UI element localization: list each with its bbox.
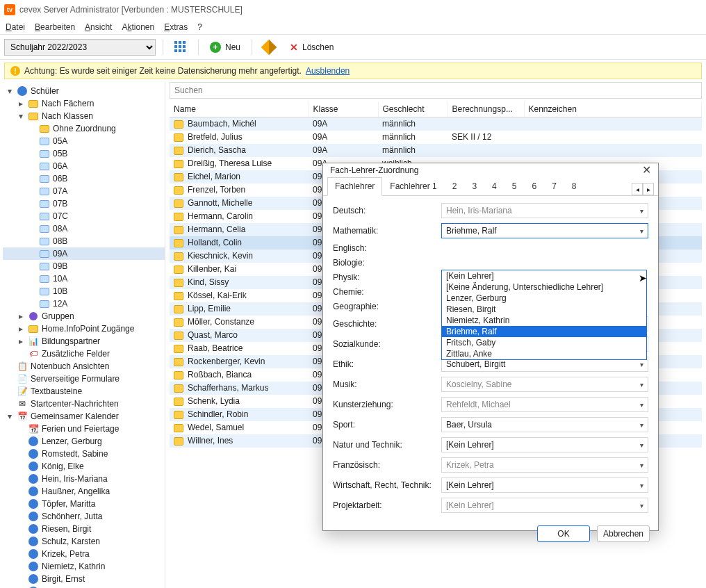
tree-kalender[interactable]: ▾📅Gemeinsamer Kalender (3, 410, 165, 423)
franz-select[interactable]: Krizek, Petra▾ (441, 457, 648, 473)
tree-person[interactable]: Riesen, Birgit (3, 523, 165, 535)
menubar: Datei Bearbeiten Ansicht Aktionen Extras… (0, 19, 706, 35)
tree-nach-klassen[interactable]: ▾Nach Klassen (3, 110, 165, 122)
tree-zusatz-felder[interactable]: 🏷Zusätzliche Felder (3, 348, 165, 360)
col-kennzeichen[interactable]: Kennzeichen (524, 101, 702, 117)
schoolyear-select[interactable]: Schuljahr 2022/2023 (4, 39, 156, 56)
titlebar: tv cevex Server Administrator [Verbunden… (0, 0, 706, 19)
menu-datei[interactable]: Datei (6, 22, 25, 32)
kunst-select[interactable]: Rehfeldt, Michael▾ (441, 397, 648, 412)
dropdown-option[interactable]: Lenzer, Gerburg (442, 293, 646, 304)
dropdown-option[interactable]: Briehme, Ralf (442, 326, 646, 337)
tree-notenbuch[interactable]: 📋Notenbuch Ansichten (3, 360, 165, 373)
menu-extras[interactable]: Extras (164, 22, 188, 32)
warning-hide-link[interactable]: Ausblenden (306, 66, 350, 76)
tab-3[interactable]: 3 (464, 177, 484, 195)
tree-class-07C[interactable]: 07C (3, 210, 165, 222)
dropdown-option[interactable]: [Kein Lehrer] (442, 270, 646, 281)
dialog-close-icon[interactable]: ✕ (642, 163, 651, 177)
tree-person[interactable]: Krizek, Petra (3, 548, 165, 560)
deutsch-select[interactable]: Hein, Iris-Mariana▾ (441, 203, 648, 218)
tab-7[interactable]: 7 (544, 177, 564, 195)
nav-tree: ▾Schüler▸Nach Fächern▾Nach KlassenOhne Z… (3, 85, 165, 588)
tabs-scroll-left-icon[interactable]: ◂ (632, 183, 643, 195)
wirtschaft-select[interactable]: [Kein Lehrer]▾ (441, 477, 648, 493)
mathematik-select[interactable]: Briehme, Ralf▾ (441, 223, 648, 238)
tree-class-08B[interactable]: 08B (3, 235, 165, 247)
tab-fachlehrer[interactable]: Fachlehrer (327, 177, 382, 196)
tree-class-05B[interactable]: 05B (3, 147, 165, 160)
tree-home-infopoint[interactable]: ▸Home.InfoPoint Zugänge (3, 322, 165, 335)
tab-4[interactable]: 4 (484, 177, 504, 195)
tree-person[interactable]: Lenzer, Gerburg (3, 435, 165, 448)
dropdown-option[interactable]: Zittlau, Anke (442, 348, 646, 359)
grid-view-button[interactable] (170, 40, 191, 55)
cancel-button[interactable]: Abbrechen (597, 525, 650, 542)
menu-ansicht[interactable]: Ansicht (85, 22, 112, 32)
ok-button[interactable]: OK (537, 525, 590, 542)
sport-select[interactable]: Baer, Ursula▾ (441, 417, 648, 432)
search-input[interactable] (170, 82, 702, 99)
natur-select[interactable]: [Kein Lehrer]▾ (441, 437, 648, 452)
col-berechnung[interactable]: Berechnungsp... (448, 101, 524, 117)
delete-button[interactable]: ✕Löschen (286, 40, 338, 54)
tree-person[interactable]: Haußner, Angelika (3, 485, 165, 498)
tab-6[interactable]: 6 (524, 177, 544, 195)
table-row[interactable]: Bretfeld, Julius09AmännlichSEK II / 12 (170, 131, 702, 144)
tree-class-09A[interactable]: 09A (3, 247, 165, 260)
musik-select[interactable]: Koscielny, Sabine▾ (441, 377, 648, 392)
tree-class-10B[interactable]: 10B (3, 285, 165, 297)
tree-class-06A[interactable]: 06A (3, 160, 165, 172)
tree-class-05A[interactable]: 05A (3, 135, 165, 147)
tree-person[interactable]: Töpfer, Maritta (3, 498, 165, 510)
tree-ferien[interactable]: 📆Ferien und Feiertage (3, 423, 165, 435)
tree-nach-faechern[interactable]: ▸Nach Fächern (3, 97, 165, 110)
dropdown-option[interactable]: Riesen, Birgit (442, 304, 646, 315)
col-name[interactable]: Name (170, 101, 309, 117)
tree-startcenter[interactable]: ✉Startcenter-Nachrichten (3, 398, 165, 410)
dropdown-option[interactable]: Niemietz, Kathrin (442, 315, 646, 326)
table-row[interactable]: Baumbach, Michél09Amännlich (170, 117, 702, 131)
dropdown-option[interactable]: [Keine Änderung, Unterschiedliche Lehrer… (442, 281, 646, 293)
mathematik-dropdown-list[interactable]: [Kein Lehrer][Keine Änderung, Unterschie… (441, 270, 647, 360)
tree-person[interactable]: Niemietz, Kathrin (3, 560, 165, 573)
tree-person[interactable]: Birgit, Ernst (3, 573, 165, 585)
menu-bearbeiten[interactable]: Bearbeiten (35, 22, 75, 32)
tree-serverformulare[interactable]: 📄Serverseitige Formulare (3, 373, 165, 385)
tree-person[interactable]: Hein, Iris-Mariana (3, 473, 165, 485)
table-row[interactable]: Dierich, Sascha09Amännlich (170, 144, 702, 157)
col-klasse[interactable]: Klasse (309, 101, 378, 117)
tabs-scroll-right-icon[interactable]: ▸ (643, 183, 654, 195)
edit-button[interactable] (259, 40, 279, 54)
tab-5[interactable]: 5 (504, 177, 525, 195)
tab-1[interactable]: Fachlehrer 1 (382, 177, 444, 195)
tree-class-12A[interactable]: 12A (3, 297, 165, 310)
new-button[interactable]: +Neu (206, 40, 245, 54)
tree-class-06B[interactable]: 06B (3, 172, 165, 185)
tree-schueler[interactable]: ▾Schüler (3, 85, 165, 97)
tab-8[interactable]: 8 (564, 177, 584, 195)
tab-2[interactable]: 2 (445, 177, 465, 195)
tree-person[interactable]: Schönherr, Jutta (3, 510, 165, 523)
tree-person[interactable]: Schulz, Karsten (3, 535, 165, 548)
grid-icon (174, 41, 187, 54)
tree-person[interactable]: Briehme, Ralf (3, 585, 165, 588)
tree-class-08A[interactable]: 08A (3, 222, 165, 235)
tree-bildungspartner[interactable]: ▸📊Bildungspartner (3, 335, 165, 348)
menu-help[interactable]: ? (197, 22, 202, 32)
tree-person[interactable]: Romstedt, Sabine (3, 448, 165, 460)
tree-class-10A[interactable]: 10A (3, 272, 165, 285)
tree-class-09B[interactable]: 09B (3, 260, 165, 272)
tree-gruppen[interactable]: ▸Gruppen (3, 310, 165, 322)
col-geschlecht[interactable]: Geschlecht (378, 101, 448, 117)
menu-aktionen[interactable]: Aktionen (122, 22, 154, 32)
tree-class-07B[interactable]: 07B (3, 197, 165, 210)
projekt-select[interactable]: [Kein Lehrer]▾ (441, 498, 648, 513)
dropdown-option[interactable]: Fritsch, Gaby (442, 337, 646, 348)
tree-class-07A[interactable]: 07A (3, 185, 165, 197)
tree-person[interactable]: König, Elke (3, 460, 165, 473)
tree-textbausteine[interactable]: 📝Textbausteine (3, 385, 165, 398)
warning-icon: ! (10, 66, 20, 76)
x-icon: ✕ (290, 42, 298, 53)
tree-ohne-zuordnung[interactable]: Ohne Zuordnung (3, 122, 165, 135)
